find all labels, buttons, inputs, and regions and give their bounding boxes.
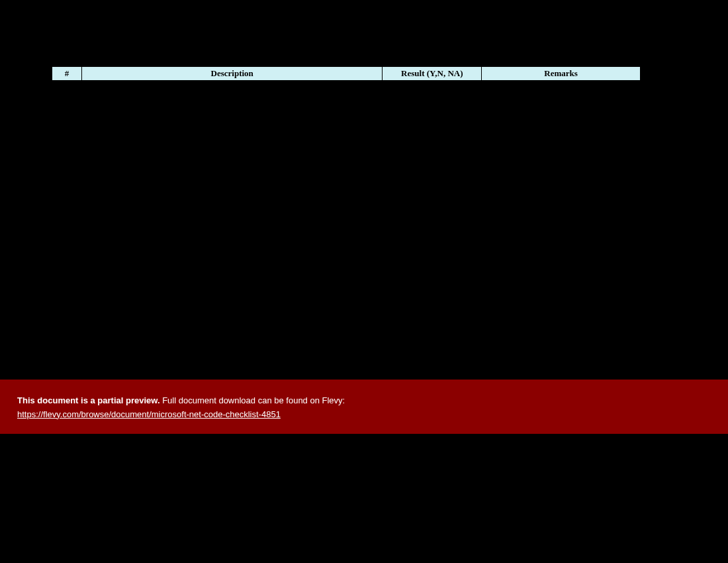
checklist-table: # Description Result (Y,N, NA) Remarks: [52, 66, 641, 81]
preview-bold-text: This document is a partial preview.: [17, 395, 160, 405]
header-number: #: [52, 67, 82, 81]
table-header-row: # Description Result (Y,N, NA) Remarks: [52, 67, 641, 81]
preview-link[interactable]: https://flevy.com/browse/document/micros…: [17, 409, 281, 419]
header-remarks: Remarks: [482, 67, 641, 81]
preview-banner: This document is a partial preview. Full…: [0, 380, 728, 434]
header-description: Description: [81, 67, 382, 81]
checklist-table-container: # Description Result (Y,N, NA) Remarks: [52, 66, 641, 81]
preview-rest-text: Full document download can be found on F…: [160, 395, 345, 405]
header-result: Result (Y,N, NA): [383, 67, 482, 81]
